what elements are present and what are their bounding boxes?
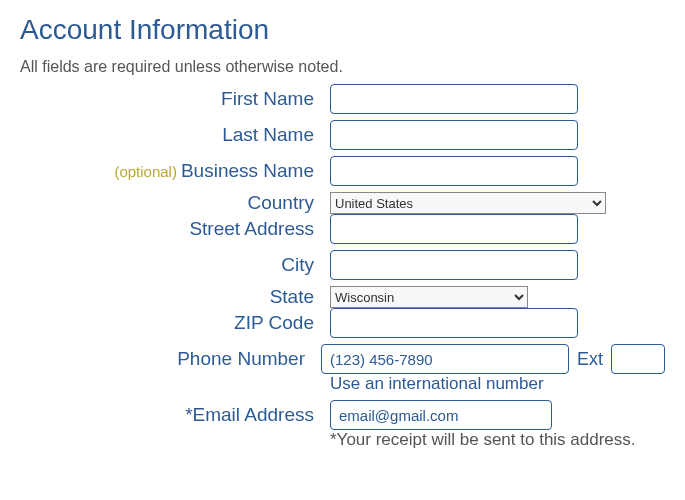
ext-label: Ext [577,349,603,370]
page-title: Account Information [20,14,665,46]
first-name-input[interactable] [330,84,578,114]
last-name-input[interactable] [330,120,578,150]
state-label: State [20,286,330,308]
intro-text: All fields are required unless otherwise… [20,58,665,76]
street-address-label: Street Address [20,218,330,240]
zip-code-input[interactable] [330,308,578,338]
email-address-label: *Email Address [20,404,330,426]
city-label: City [20,254,330,276]
last-name-label: Last Name [20,124,330,146]
country-label: Country [20,192,330,214]
ext-input[interactable] [611,344,665,374]
receipt-note: *Your receipt will be sent to this addre… [330,430,636,450]
state-select[interactable]: Wisconsin [330,286,528,308]
phone-number-input[interactable] [321,344,569,374]
country-select[interactable]: United States [330,192,606,214]
optional-tag: (optional) [114,163,177,180]
street-address-input[interactable] [330,214,578,244]
business-name-label: (optional)Business Name [20,160,330,182]
business-name-input[interactable] [330,156,578,186]
intl-number-link[interactable]: Use an international number [330,374,544,394]
zip-code-label: ZIP Code [20,312,330,334]
email-address-input[interactable] [330,400,552,430]
first-name-label: First Name [20,88,330,110]
phone-number-label: Phone Number [20,348,321,370]
city-input[interactable] [330,250,578,280]
